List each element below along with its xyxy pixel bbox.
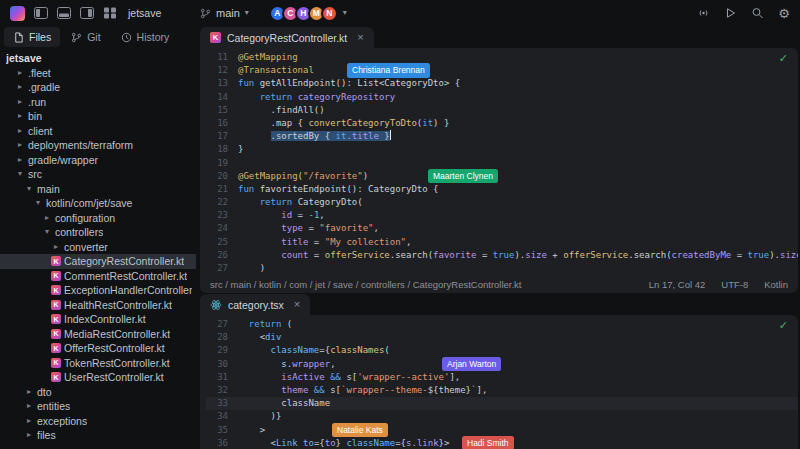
line-number[interactable]: 32 bbox=[206, 384, 228, 397]
chevron-down-icon[interactable]: ▾ bbox=[15, 170, 25, 178]
tab-category-tsx[interactable]: category.tsx × bbox=[200, 294, 310, 315]
collaborators-menu[interactable]: ACHMN ▾ bbox=[269, 5, 347, 22]
line-number[interactable]: 22 bbox=[206, 196, 228, 209]
code-line-17[interactable]: 17 .sortedBy { it.title } bbox=[206, 130, 798, 143]
code-line-27[interactable]: 27 ) bbox=[206, 262, 798, 275]
code-line-13[interactable]: 13fun getAllEndpoint(): List<CategoryDto… bbox=[206, 77, 798, 90]
chevron-down-icon[interactable]: ▾ bbox=[24, 185, 34, 193]
tree-item-gradle-wrapper[interactable]: ▸gradle/wrapper bbox=[0, 153, 196, 168]
tree-item-mediarestcontroller-kt[interactable]: KMediaRestController.kt bbox=[0, 327, 196, 342]
chevron-down-icon[interactable]: ▾ bbox=[42, 228, 52, 236]
code-line-33[interactable]: 33 className bbox=[206, 397, 798, 410]
tree-item-kotlin-com-jet-save[interactable]: ▾kotlin/com/jet/save bbox=[0, 196, 196, 211]
gear-icon[interactable]: ⚙ bbox=[778, 7, 790, 20]
line-number[interactable]: 21 bbox=[206, 183, 228, 196]
code-line-27[interactable]: 27 return ( bbox=[206, 318, 798, 331]
code-line-30[interactable]: 30 s.wrapper,Arjan Warton bbox=[206, 358, 798, 371]
chevron-right-icon[interactable]: ▸ bbox=[24, 402, 34, 410]
line-number[interactable]: 16 bbox=[206, 117, 228, 130]
tab-history[interactable]: History bbox=[112, 27, 179, 47]
line-number[interactable]: 14 bbox=[206, 91, 228, 104]
code-line-35[interactable]: 35 >Natalie Kats bbox=[206, 424, 798, 437]
breadcrumb-path[interactable]: src / main / kotlin / com / jet / save /… bbox=[210, 279, 522, 290]
chevron-right-icon[interactable]: ▸ bbox=[15, 112, 25, 120]
tree-item-src[interactable]: ▾src bbox=[0, 167, 196, 182]
tab-files[interactable]: Files bbox=[4, 27, 60, 47]
line-number[interactable]: 30 bbox=[206, 358, 228, 371]
toggle-left-panel-icon[interactable] bbox=[34, 7, 48, 19]
code-line-23[interactable]: 23 id = -1, bbox=[206, 209, 798, 222]
run-play-icon[interactable] bbox=[724, 7, 737, 19]
line-number[interactable]: 36 bbox=[206, 437, 228, 449]
chevron-right-icon[interactable]: ▸ bbox=[51, 243, 61, 251]
code-line-26[interactable]: 26 count = offerService.search(favorite … bbox=[206, 249, 798, 262]
line-number[interactable]: 35 bbox=[206, 424, 228, 437]
code-line-28[interactable]: 28 <div bbox=[206, 331, 798, 344]
tree-item-converter[interactable]: ▸converter bbox=[0, 240, 196, 255]
code-line-34[interactable]: 34 )} bbox=[206, 410, 798, 423]
code-line-12[interactable]: 12@TransactionalChristiana Brennan bbox=[206, 64, 798, 77]
toggle-right-panel-icon[interactable] bbox=[80, 7, 94, 19]
code-line-11[interactable]: 11@GetMapping bbox=[206, 51, 798, 64]
broadcast-icon[interactable] bbox=[697, 7, 710, 19]
chevron-right-icon[interactable]: ▸ bbox=[24, 388, 34, 396]
line-number[interactable]: 17 bbox=[206, 130, 228, 143]
code-line-14[interactable]: 14 return categoryRepository bbox=[206, 91, 798, 104]
code-line-21[interactable]: 21fun favoriteEndpoint(): CategoryDto { bbox=[206, 183, 798, 196]
line-number[interactable]: 11 bbox=[206, 51, 228, 64]
code-line-19[interactable]: 19 bbox=[206, 157, 798, 170]
tree-item-entities[interactable]: ▸entities bbox=[0, 399, 196, 414]
line-number[interactable]: 29 bbox=[206, 344, 228, 357]
close-icon[interactable]: × bbox=[357, 32, 363, 43]
tab-git[interactable]: Git bbox=[62, 27, 109, 47]
line-number[interactable]: 26 bbox=[206, 249, 228, 262]
chevron-right-icon[interactable]: ▸ bbox=[15, 156, 25, 164]
line-number[interactable]: 27 bbox=[206, 262, 228, 275]
tree-item-client[interactable]: ▸client bbox=[0, 124, 196, 139]
line-number[interactable]: 19 bbox=[206, 157, 228, 170]
tree-item-deployments-terraform[interactable]: ▸deployments/terraform bbox=[0, 138, 196, 153]
line-number[interactable]: 31 bbox=[206, 371, 228, 384]
code-line-22[interactable]: 22 return CategoryDto( bbox=[206, 196, 798, 209]
line-number[interactable]: 12 bbox=[206, 64, 228, 77]
chevron-right-icon[interactable]: ▸ bbox=[15, 141, 25, 149]
code-line-31[interactable]: 31 isActive && s['wrapper--active'], bbox=[206, 371, 798, 384]
caret-position[interactable]: Ln 17, Col 42 bbox=[649, 279, 706, 290]
tree-item-gradle[interactable]: ▸.gradle bbox=[0, 80, 196, 95]
code-line-29[interactable]: 29 className={classNames( bbox=[206, 344, 798, 357]
line-number[interactable]: 24 bbox=[206, 222, 228, 235]
chevron-right-icon[interactable]: ▸ bbox=[24, 417, 34, 425]
tab-categoryrestcontroller-kt[interactable]: K CategoryRestController.kt × bbox=[200, 27, 374, 48]
avatar-n[interactable]: N bbox=[321, 5, 338, 22]
tree-item-offerrestcontroller-kt[interactable]: KOfferRestController.kt bbox=[0, 341, 196, 356]
code-line-20[interactable]: 20@GetMapping("/favorite")Maarten Clynen bbox=[206, 170, 798, 183]
branch-selector[interactable]: main ▾ bbox=[200, 7, 249, 19]
close-icon[interactable]: × bbox=[294, 299, 300, 310]
code-line-18[interactable]: 18} bbox=[206, 143, 798, 156]
tree-item-configuration[interactable]: ▸configuration bbox=[0, 211, 196, 226]
code-line-36[interactable]: 36 <Link to={to} className={s.link}>Hadi… bbox=[206, 437, 798, 449]
chevron-right-icon[interactable]: ▸ bbox=[15, 69, 25, 77]
code-line-16[interactable]: 16 .map { convertCategoryToDto(it) } bbox=[206, 117, 798, 130]
code-line-15[interactable]: 15 .findAll() bbox=[206, 104, 798, 117]
code-line-32[interactable]: 32 theme && s[`wrapper--theme-${theme}`]… bbox=[206, 384, 798, 397]
line-number[interactable]: 15 bbox=[206, 104, 228, 117]
tree-item-userrestcontroller-kt[interactable]: KUserRestController.kt bbox=[0, 370, 196, 385]
chevron-right-icon[interactable]: ▸ bbox=[24, 431, 34, 439]
tree-item-commentrestcontroller-kt[interactable]: KCommentRestController.kt bbox=[0, 269, 196, 284]
line-number[interactable]: 18 bbox=[206, 143, 228, 156]
toggle-bottom-panel-icon[interactable] bbox=[57, 7, 71, 19]
line-number[interactable]: 25 bbox=[206, 236, 228, 249]
tree-item-dto[interactable]: ▸dto bbox=[0, 385, 196, 400]
encoding-indicator[interactable]: UTF-8 bbox=[721, 279, 748, 290]
tree-item-controllers[interactable]: ▾controllers bbox=[0, 225, 196, 240]
code-line-24[interactable]: 24 type = "favorite", bbox=[206, 222, 798, 235]
line-number[interactable]: 13 bbox=[206, 77, 228, 90]
code-area-tsx[interactable]: 27 return (28 <div29 className={classNam… bbox=[200, 315, 798, 449]
tree-item-bin[interactable]: ▸bin bbox=[0, 109, 196, 124]
line-number[interactable]: 33 bbox=[206, 397, 228, 410]
line-number[interactable]: 34 bbox=[206, 410, 228, 423]
search-icon[interactable] bbox=[751, 7, 764, 19]
line-number[interactable]: 28 bbox=[206, 331, 228, 344]
line-number[interactable]: 27 bbox=[206, 318, 228, 331]
